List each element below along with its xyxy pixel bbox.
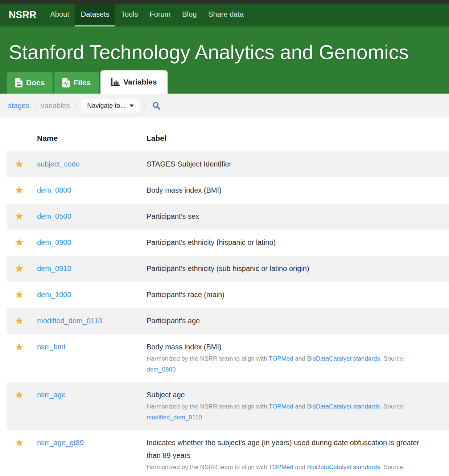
breadcrumb-separator: › (75, 102, 77, 109)
note-text: and (293, 403, 307, 410)
table-row: ★ nsrr_age_gt89 Indicates whether the su… (7, 430, 449, 476)
note-source: modified_dem_0110 (147, 412, 432, 423)
variable-label: STAGES Subject Identifier (147, 158, 432, 171)
file-waveform-icon (62, 78, 70, 87)
star-icon[interactable]: ★ (15, 315, 24, 327)
dataset-hero: Stanford Technology Analytics and Genomi… (0, 26, 449, 94)
breadcrumb-separator: › (34, 102, 36, 109)
navigate-to-dropdown[interactable]: Navigate to... (81, 99, 140, 112)
table-row: ★ dem_0800 Body mass index (BMI) (7, 177, 449, 204)
variable-label: Body mass index (BMI) (147, 341, 432, 353)
note-text: Harmonized by the NSRR team to align wit… (147, 355, 269, 362)
tab-variables[interactable]: Variables (100, 70, 168, 94)
star-icon[interactable]: ★ (15, 389, 24, 401)
source-variable-link[interactable]: dem_0800 (147, 366, 176, 373)
variable-label: Subject age (147, 389, 432, 401)
caret-down-icon (129, 104, 134, 107)
nav-item-forum[interactable]: Forum (144, 4, 176, 26)
star-icon[interactable]: ★ (15, 436, 24, 449)
star-icon[interactable]: ★ (15, 210, 24, 223)
label-column-header: Label (147, 118, 449, 151)
name-column-header: Name (37, 118, 147, 151)
search-icon (152, 101, 161, 110)
nav-item-datasets[interactable]: Datasets (75, 4, 115, 26)
doc-icon (15, 78, 22, 87)
star-icon[interactable]: ★ (15, 184, 24, 197)
variable-label: Participant's race (main) (147, 288, 432, 301)
table-row: ★ dem_0500 Participant's sex (7, 204, 449, 230)
breadcrumb-separator: › (144, 102, 147, 109)
note-text: Harmonized by the NSRR team to align wit… (147, 403, 269, 410)
tab-files[interactable]: Files (54, 72, 99, 94)
harmonized-note: Harmonized by the NSRR team to align wit… (147, 401, 432, 412)
nav-item-tools[interactable]: Tools (115, 4, 144, 26)
note-source: dem_0800 (147, 364, 432, 375)
navigate-to-label: Navigate to... (87, 102, 125, 110)
tab-files-label: Files (73, 78, 91, 87)
table-row: ★ dem_0900 Participant's ethnicity (hisp… (7, 230, 449, 256)
variable-label: Participant's ethnicity (sub hispanic or… (147, 262, 432, 275)
tab-docs-label: Docs (26, 78, 45, 87)
note-text: . Source: (380, 403, 405, 410)
favorite-column-header (7, 118, 37, 151)
biodatacatalyst-link[interactable]: BioDataCatalyst standards (307, 355, 380, 362)
harmonized-note: Harmonized by the NSRR team to align wit… (147, 353, 432, 364)
navbar: NSRR About Datasets Tools Forum Blog Sha… (0, 4, 449, 26)
note-text: Harmonized by the NSRR team to align wit… (147, 464, 269, 471)
dataset-tabs: Docs Files Variables (7, 70, 449, 94)
table-row: ★ nsrr_age Subject age Harmonized by the… (7, 382, 449, 430)
tab-variables-label: Variables (123, 78, 157, 86)
variable-label: Participant's sex (147, 210, 432, 223)
variables-table: Name Label ★ subject_code STAGES Subject… (7, 118, 449, 476)
breadcrumb-dataset-link[interactable]: stages (8, 102, 29, 110)
biodatacatalyst-link[interactable]: BioDataCatalyst standards (307, 403, 380, 410)
variable-link[interactable]: dem_0800 (37, 186, 71, 194)
breadcrumb-section: variables (41, 102, 70, 110)
topmed-link[interactable]: TOPMed (269, 403, 293, 410)
search-button[interactable] (151, 100, 161, 111)
table-row: ★ subject_code STAGES Subject Identifier (7, 151, 449, 177)
bar-chart-icon (111, 78, 120, 86)
note-text: and (293, 355, 307, 362)
variable-link[interactable]: dem_1000 (37, 291, 71, 299)
nav-item-blog[interactable]: Blog (176, 4, 202, 26)
variable-link[interactable]: nsrr_bmi (37, 343, 65, 351)
note-text: . Source: (380, 464, 405, 471)
topmed-link[interactable]: TOPMed (269, 355, 293, 362)
harmonized-note: Harmonized by the NSRR team to align wit… (147, 462, 432, 473)
table-row: ★ dem_0910 Participant's ethnicity (sub … (7, 256, 449, 282)
topmed-link[interactable]: TOPMed (269, 464, 293, 471)
variable-link[interactable]: dem_0500 (37, 212, 71, 220)
star-icon[interactable]: ★ (15, 158, 24, 171)
variable-link[interactable]: subject_code (37, 160, 80, 168)
variable-link[interactable]: nsrr_age (37, 391, 66, 399)
variable-link[interactable]: dem_0900 (37, 238, 71, 246)
variable-link[interactable]: dem_0910 (37, 264, 71, 272)
star-icon[interactable]: ★ (15, 262, 24, 275)
variable-label: Indicates whether the subject's age (in … (147, 436, 432, 462)
table-header-row: Name Label (7, 118, 449, 151)
breadcrumb: stages › variables › Navigate to... › (0, 94, 449, 118)
nav-item-about[interactable]: About (45, 4, 75, 26)
variable-label: Participant's ethnicity (hispanic or lat… (147, 236, 432, 249)
page-title: Stanford Technology Analytics and Genomi… (9, 41, 449, 64)
biodatacatalyst-link[interactable]: BioDataCatalyst standards (307, 464, 380, 471)
table-row: ★ nsrr_bmi Body mass index (BMI) Harmoni… (7, 334, 449, 382)
nav-item-share-data[interactable]: Share data (202, 4, 250, 26)
star-icon[interactable]: ★ (15, 236, 24, 249)
source-variable-link[interactable]: modified_dem_0110 (147, 414, 202, 421)
variable-link[interactable]: nsrr_age_gt89 (37, 439, 84, 447)
star-icon[interactable]: ★ (15, 288, 24, 301)
star-icon[interactable]: ★ (15, 341, 24, 353)
variable-label: Body mass index (BMI) (147, 184, 432, 197)
top-strip (0, 0, 449, 4)
variable-link[interactable]: modified_dem_0110 (37, 317, 102, 325)
nsrr-brand-link[interactable]: NSRR (0, 4, 45, 26)
tab-docs[interactable]: Docs (7, 72, 53, 94)
note-text: . Source: (380, 355, 405, 362)
table-row: ★ modified_dem_0110 Participant's age (7, 308, 449, 334)
note-text: and (293, 464, 307, 471)
variable-label: Participant's age (147, 315, 432, 327)
table-row: ★ dem_1000 Participant's race (main) (7, 282, 449, 308)
